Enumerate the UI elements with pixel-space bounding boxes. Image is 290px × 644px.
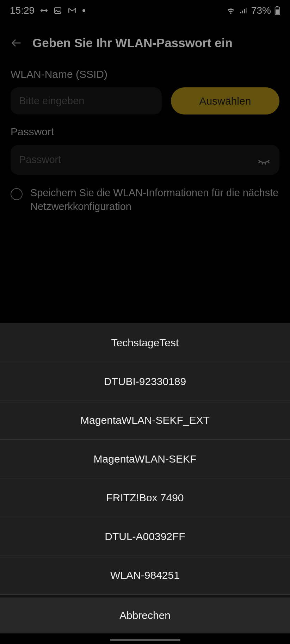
svg-rect-1 — [240, 12, 241, 13]
more-dot-icon — [82, 9, 85, 12]
wifi-icon — [226, 6, 236, 16]
svg-rect-4 — [246, 8, 247, 13]
status-time: 15:29 — [10, 5, 35, 16]
svg-line-10 — [262, 162, 263, 164]
svg-rect-2 — [242, 11, 243, 13]
password-input[interactable] — [11, 145, 279, 175]
nav-handle[interactable] — [110, 639, 180, 641]
save-info-radio[interactable] — [11, 188, 23, 200]
svg-rect-7 — [276, 10, 279, 14]
select-network-button[interactable]: Auswählen — [171, 87, 279, 114]
status-right: 73% — [226, 5, 280, 16]
image-icon — [54, 6, 62, 15]
status-left: 15:29 — [10, 5, 85, 16]
network-option[interactable]: DTUL-A00392FF — [0, 517, 290, 556]
network-option[interactable]: MagentaWLAN-SEKF_EXT — [0, 401, 290, 440]
battery-percent: 73% — [251, 5, 271, 16]
svg-line-9 — [259, 161, 260, 162]
toggle-password-visibility-icon[interactable] — [257, 153, 271, 167]
save-info-row[interactable]: Speichern Sie die WLAN-Informationen für… — [11, 185, 279, 213]
svg-line-11 — [265, 162, 266, 164]
svg-line-12 — [268, 161, 269, 162]
network-picker-sheet: TechstageTest DTUBI-92330189 MagentaWLAN… — [0, 323, 290, 633]
app-header: Geben Sie Ihr WLAN-Passwort ein — [0, 21, 290, 66]
password-label: Passwort — [11, 126, 279, 138]
network-option[interactable]: WLAN-984251 — [0, 556, 290, 595]
cancel-button[interactable]: Abbrechen — [0, 595, 290, 633]
back-button[interactable] — [8, 35, 24, 51]
ssid-row: Auswählen — [11, 87, 279, 114]
gmail-icon — [68, 6, 77, 15]
network-option[interactable]: DTUBI-92330189 — [0, 362, 290, 401]
network-option[interactable]: FRITZ!Box 7490 — [0, 478, 290, 517]
password-row — [11, 145, 279, 175]
transfer-icon — [40, 7, 48, 14]
svg-rect-3 — [244, 9, 245, 13]
network-option[interactable]: TechstageTest — [0, 323, 290, 362]
wlan-form: WLAN-Name (SSID) Auswählen Passwort Spei… — [0, 68, 290, 213]
save-info-label: Speichern Sie die WLAN-Informationen für… — [30, 186, 279, 213]
battery-icon — [274, 6, 280, 15]
network-option[interactable]: MagentaWLAN-SEKF — [0, 440, 290, 478]
signal-icon — [239, 6, 248, 15]
ssid-label: WLAN-Name (SSID) — [11, 68, 279, 80]
page-title: Geben Sie Ihr WLAN-Passwort ein — [32, 36, 282, 50]
ssid-input[interactable] — [11, 87, 162, 114]
status-bar: 15:29 — [0, 0, 290, 21]
svg-rect-6 — [276, 6, 279, 7]
